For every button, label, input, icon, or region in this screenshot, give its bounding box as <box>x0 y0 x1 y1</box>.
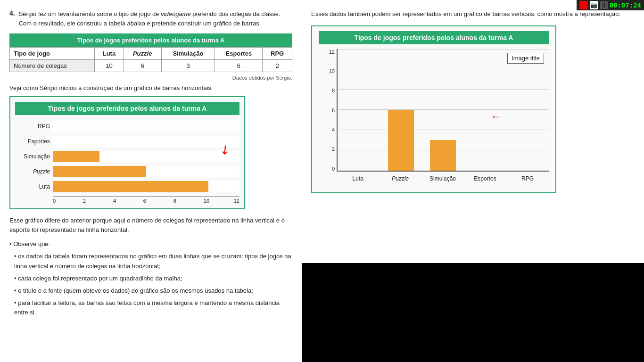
hbar-chart-title: Tipos de jogos preferidos pelos alunos d… <box>15 102 239 115</box>
ytick-2: 2 <box>332 146 335 152</box>
col-header-puzzle: Puzzle <box>124 48 161 60</box>
table-title: Tipos de jogos preferidos pelos alunos d… <box>9 33 292 47</box>
xlabel-luta: Luta <box>337 175 379 182</box>
lower-text: Esse gráfico difere do anterior porque a… <box>9 216 292 317</box>
cell-luta: 10 <box>95 60 124 72</box>
hbar-track-esportes <box>53 136 239 147</box>
top-bar: 📷 ⏸ 00:07:24 <box>577 0 644 10</box>
bullet-intro: • Observe que: <box>9 239 292 249</box>
ytick-4: 4 <box>332 127 335 132</box>
question-text: Sérgio fez um levantamento sobre o tipo … <box>19 9 292 28</box>
row-label: Número de colegas <box>10 60 95 72</box>
hbar-chart-wrapper: Tipos de jogos preferidos pelos alunos d… <box>9 96 245 209</box>
lower-intro-para: Esse gráfico difere do anterior porque a… <box>9 216 292 235</box>
hbar-row-puzzle: Puzzle <box>15 164 239 179</box>
hbar-label-puzzle: Puzzle <box>15 168 53 175</box>
hbar-track-luta <box>53 181 239 192</box>
hbar-track-rpg <box>53 121 239 132</box>
data-table: Tipo de jogo Luta Puzzle Simulação Espor… <box>9 47 292 72</box>
hbar-track-simulacao <box>53 151 239 162</box>
xlabel-simulacao: Simulação <box>421 175 464 182</box>
pause-button[interactable]: ⏸ <box>600 1 608 9</box>
right-column: Esses dados também podem ser representad… <box>302 5 644 362</box>
camera-button[interactable]: 📷 <box>590 1 598 9</box>
xlabel-rpg: RPG <box>506 175 549 182</box>
col-header-simulacao: Simulação <box>161 48 215 60</box>
col-header-luta: Luta <box>95 48 124 60</box>
intro-text: Veja como Sérgio iniciou a construção de… <box>9 84 292 91</box>
vbar-xaxis-labels: Luta Puzzle Simulação Esportes RPG <box>337 172 549 186</box>
col-header-rpg: RPG <box>263 48 292 60</box>
xlabel-esportes: Esportes <box>464 175 506 182</box>
ytick-6: 6 <box>332 107 335 113</box>
cell-puzzle: 6 <box>124 60 161 72</box>
vbar-yaxis-labels: 0 2 4 6 8 10 12 <box>319 49 337 186</box>
bullet-4: • para facilitar a leitura, as barras sã… <box>9 298 292 317</box>
hbar-container: RPG Esportes Simulação <box>15 119 239 204</box>
question-number: 4. <box>9 9 15 17</box>
vbar-chart-wrapper: Tipos de jogos preferidos pelos alunos d… <box>311 25 556 193</box>
left-column: 4. Sérgio fez um levantamento sobre o ti… <box>0 5 302 362</box>
hbar-label-simulacao: Simulação <box>15 153 53 160</box>
hbar-xtick-0: 0 <box>53 198 83 204</box>
question-header: 4. Sérgio fez um levantamento sobre o ti… <box>9 9 292 28</box>
ytick-12: 12 <box>329 49 335 55</box>
hbar-bar-luta <box>53 181 208 192</box>
cell-simulacao: 3 <box>161 60 215 72</box>
vbar-chart-area: 0 2 4 6 8 10 12 <box>319 49 549 186</box>
hbar-label-rpg: RPG <box>15 123 53 130</box>
ytick-8: 8 <box>332 88 335 93</box>
vbar-col-simulacao <box>422 49 464 171</box>
col-header-esportes: Esportes <box>215 48 263 60</box>
ytick-0: 0 <box>332 166 335 172</box>
right-intro: Esses dados também podem ser representad… <box>311 9 635 19</box>
vbar-bars <box>338 49 549 171</box>
hbar-xtick-6: 6 <box>143 198 173 204</box>
bullet-3: • o título e a fonte (quem obteve os dad… <box>9 286 292 296</box>
hbar-row-luta: Luta <box>15 179 239 194</box>
vbar-col-puzzle <box>380 49 422 171</box>
vbar-bars-area: ← <box>337 49 549 172</box>
hbar-label-luta: Luta <box>15 183 53 190</box>
bullet-2: • cada colega foi representado por um qu… <box>9 274 292 283</box>
hbar-track-puzzle <box>53 166 239 177</box>
vbar-chart-title: Tipos de jogos preferidos pelos alunos d… <box>319 31 549 44</box>
record-button[interactable] <box>579 1 588 9</box>
vbar-col-rpg <box>506 49 549 171</box>
hbar-xtick-2: 2 <box>83 198 113 204</box>
cell-esportes: 6 <box>215 60 263 72</box>
hbar-bar-simulacao <box>53 151 99 162</box>
vbar-columns-wrapper: ← Luta Puzzle Simulação Esportes RPG <box>337 49 549 186</box>
timer-display: 00:07:24 <box>610 1 641 9</box>
hbar-row-simulacao: Simulação <box>15 149 239 164</box>
vbar-bar-puzzle <box>388 110 414 171</box>
hbar-xtick-8: 8 <box>173 198 204 204</box>
hbar-label-esportes: Esportes <box>15 138 53 145</box>
bullet-1: • os dados da tabela foram representados… <box>9 252 292 271</box>
hbar-xtick-4: 4 <box>113 198 143 204</box>
black-area <box>302 263 644 362</box>
vbar-bar-simulacao <box>430 140 456 171</box>
hbar-xtick-10: 10 <box>204 198 234 204</box>
col-header-tipo: Tipo de jogo <box>10 48 95 60</box>
xlabel-puzzle: Puzzle <box>379 175 421 182</box>
hbar-bar-puzzle <box>53 166 146 177</box>
ytick-10: 10 <box>329 68 335 74</box>
data-table-wrapper: Tipos de jogos preferidos pelos alunos d… <box>9 33 292 72</box>
hbar-row-esportes: Esportes <box>15 134 239 149</box>
vbar-col-esportes <box>464 49 507 171</box>
hbar-xtick-12: 12 <box>234 198 239 204</box>
cell-rpg: 2 <box>263 60 292 72</box>
hbar-row-rpg: RPG <box>15 119 239 134</box>
data-source: Dados obtidos por Sérgio. <box>9 75 292 81</box>
